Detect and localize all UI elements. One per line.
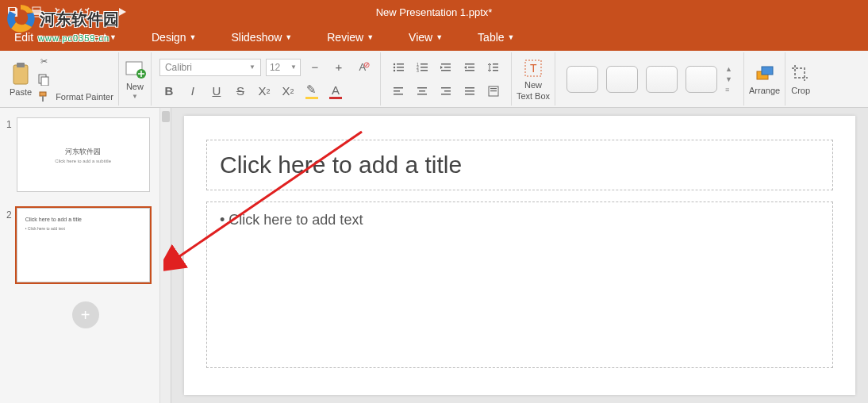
decrease-font-button[interactable]: − — [305, 58, 325, 77]
title-placeholder[interactable]: Click here to add a title — [206, 140, 833, 190]
svg-rect-28 — [465, 63, 474, 65]
gallery-down-icon[interactable]: ▼ — [725, 75, 732, 83]
superscript-button[interactable]: X2 — [278, 82, 298, 101]
shape-preset-2[interactable] — [606, 66, 638, 93]
underline-button[interactable]: U — [207, 82, 226, 101]
line-spacing-button[interactable] — [484, 58, 503, 77]
svg-rect-42 — [444, 90, 451, 92]
ribbon-group-crop: Crop — [785, 52, 816, 106]
number-list-button[interactable]: 123 — [413, 58, 432, 77]
align-justify-button[interactable] — [460, 82, 479, 101]
clear-format-button[interactable]: A⊘ — [353, 58, 372, 77]
strikethrough-button[interactable]: S — [231, 82, 250, 101]
bold-button[interactable]: B — [159, 82, 179, 101]
shape-preset-1[interactable] — [567, 66, 598, 93]
bullet-list-button[interactable] — [389, 58, 408, 77]
arrange-button[interactable]: Arrange — [749, 63, 780, 95]
decrease-indent-button[interactable] — [436, 58, 455, 77]
new-text-box-button[interactable]: T New Text Box — [517, 58, 550, 101]
content-placeholder[interactable]: • Click here to add text — [206, 202, 833, 368]
vertical-align-button[interactable] — [484, 82, 503, 101]
svg-rect-15 — [397, 67, 404, 68]
bullet-list-icon — [392, 61, 405, 74]
scrollbar[interactable] — [159, 108, 171, 403]
subscript-button[interactable]: X2 — [255, 82, 274, 101]
svg-rect-23 — [421, 70, 428, 71]
menu-insert[interactable]: Insert▼ — [79, 31, 117, 44]
svg-rect-7 — [41, 77, 48, 86]
scrollbar-thumb[interactable] — [162, 111, 170, 122]
shape-preset-4[interactable] — [686, 66, 717, 93]
indent-left-icon — [440, 61, 452, 74]
svg-marker-31 — [464, 66, 467, 69]
menu-slideshow[interactable]: Slideshow▼ — [232, 31, 293, 44]
canvas-area[interactable]: Click here to add a title • Click here t… — [171, 108, 868, 403]
svg-rect-32 — [493, 63, 498, 65]
increase-indent-button[interactable] — [460, 58, 479, 77]
menu-review[interactable]: Review▼ — [327, 31, 374, 44]
svg-rect-0 — [33, 7, 40, 10]
svg-marker-3 — [119, 8, 126, 16]
svg-rect-46 — [465, 94, 474, 95]
slide-panel[interactable]: 1 河东软件园 Click here to add a subtitle 2 C… — [0, 108, 171, 403]
svg-rect-30 — [465, 70, 474, 71]
svg-rect-24 — [441, 63, 451, 65]
increase-font-button[interactable]: + — [329, 58, 348, 77]
copy-button[interactable] — [36, 72, 113, 86]
copy-icon — [36, 72, 51, 86]
slide-number: 1 — [6, 117, 12, 130]
crop-icon — [790, 63, 811, 84]
menu-view[interactable]: View▼ — [409, 31, 443, 44]
svg-rect-48 — [490, 88, 497, 89]
add-slide-button[interactable]: + — [72, 301, 99, 328]
gallery-more-icon[interactable]: ≡ — [725, 86, 732, 94]
font-name-select[interactable]: Calibri▼ — [159, 59, 261, 76]
redo-icon[interactable] — [78, 6, 90, 18]
format-painter-button[interactable]: Format Painter — [36, 90, 113, 104]
svg-rect-21 — [421, 67, 428, 68]
undo-icon[interactable] — [54, 6, 67, 18]
crop-button[interactable]: Crop — [790, 63, 811, 95]
shape-preset-3[interactable] — [646, 66, 678, 93]
font-color-button[interactable]: A — [326, 82, 345, 101]
ribbon-group-new-slide: New ▼ — [119, 52, 152, 106]
valign-icon — [487, 85, 500, 98]
svg-rect-36 — [394, 90, 400, 92]
svg-text:T: T — [530, 62, 537, 75]
svg-rect-43 — [441, 94, 451, 95]
svg-rect-4 — [13, 65, 28, 84]
menu-design[interactable]: Design▼ — [152, 31, 197, 44]
align-center-icon — [416, 85, 428, 98]
highlight-color-button[interactable]: ✎ — [302, 82, 321, 101]
new-slide-button[interactable]: New ▼ — [124, 58, 146, 100]
thumb-text: • Click here to add text — [25, 226, 65, 231]
caret-down-icon: ▼ — [36, 33, 44, 41]
align-center-button[interactable] — [413, 82, 432, 101]
ribbon-group-font: Calibri▼ 12▼ − + A⊘ B I U S X2 X2 ✎ A — [152, 52, 381, 106]
svg-rect-35 — [394, 87, 403, 89]
ribbon-group-arrange: Arrange — [744, 52, 785, 106]
ribbon-group-paragraph: 123 — [381, 52, 512, 106]
slide-thumb-2[interactable]: Click here to add a title • Click here t… — [17, 208, 150, 282]
font-size-select[interactable]: 12▼ — [266, 59, 301, 76]
save-icon[interactable] — [6, 6, 19, 18]
gallery-up-icon[interactable]: ▲ — [725, 65, 732, 73]
slide-thumb-1[interactable]: 河东软件园 Click here to add a subtitle — [17, 117, 150, 192]
svg-point-14 — [394, 66, 395, 67]
svg-rect-41 — [441, 87, 451, 89]
align-right-button[interactable] — [436, 82, 455, 101]
caret-down-icon: ▼ — [109, 33, 117, 41]
paste-button[interactable]: Paste — [10, 62, 32, 97]
svg-rect-9 — [42, 96, 44, 102]
font-color-icon: A — [332, 83, 340, 97]
menu-table[interactable]: Table▼ — [478, 31, 514, 44]
italic-button[interactable]: I — [183, 82, 202, 101]
cut-button[interactable]: ✂ — [36, 55, 113, 69]
slide-canvas[interactable]: Click here to add a title • Click here t… — [184, 116, 855, 395]
align-left-button[interactable] — [389, 82, 408, 101]
play-icon[interactable] — [116, 6, 129, 18]
quick-access-toolbar — [6, 6, 129, 18]
menu-edit[interactable]: Edit▼ — [14, 31, 44, 44]
workspace: 1 河东软件园 Click here to add a subtitle 2 C… — [0, 108, 868, 403]
print-icon[interactable] — [30, 6, 43, 18]
